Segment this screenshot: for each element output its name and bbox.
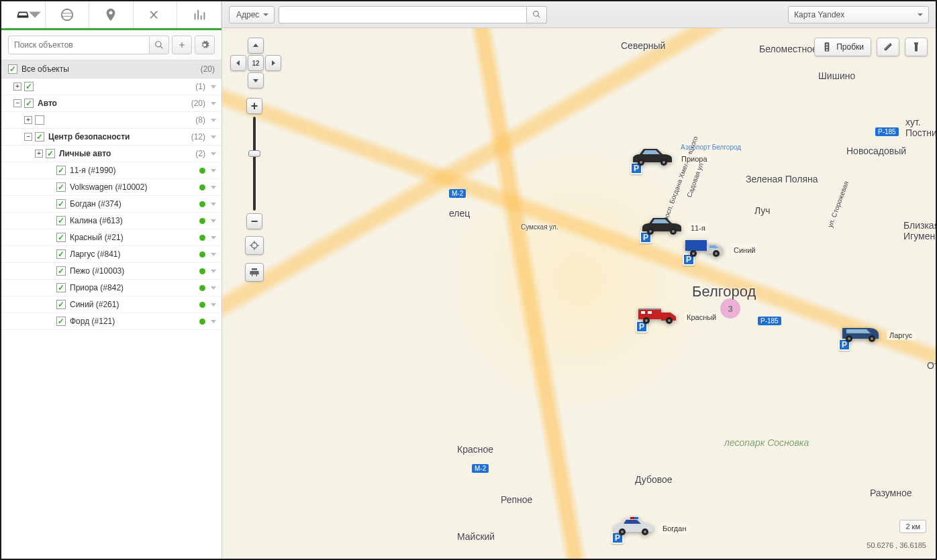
marker-label: Приора [679, 154, 710, 164]
address-search-button[interactable] [527, 6, 547, 23]
tree-row[interactable]: −Центр безопасности(12) [1, 129, 221, 146]
row-checkbox[interactable] [46, 149, 55, 158]
search-input[interactable] [8, 36, 150, 54]
zoom-slider-track[interactable] [253, 117, 256, 211]
address-input[interactable] [279, 6, 527, 23]
marker-cluster[interactable]: 3 [720, 298, 740, 319]
add-button[interactable] [172, 36, 192, 54]
zoom-slider-thumb[interactable] [248, 150, 260, 157]
tree-row[interactable]: Приора (#842) [1, 280, 221, 296]
pan-right-button[interactable] [265, 55, 281, 71]
pan-left-button[interactable] [230, 55, 246, 71]
ruler-button[interactable] [877, 38, 899, 56]
row-checkbox[interactable] [56, 249, 66, 259]
row-menu-trigger[interactable] [211, 219, 216, 223]
row-count: (12) [191, 132, 205, 142]
pin-icon [103, 7, 118, 22]
expand-toggle[interactable]: − [13, 99, 21, 107]
tree-row[interactable]: Форд (#121) [1, 313, 221, 330]
row-menu-trigger[interactable] [211, 119, 216, 122]
address-mode-dropdown[interactable]: Адрес [229, 6, 275, 23]
zoom-in-button[interactable]: + [246, 98, 262, 114]
tree-row[interactable]: Пежо (#10003) [1, 263, 221, 280]
row-menu-trigger[interactable] [211, 303, 216, 306]
row-checkbox[interactable] [56, 283, 66, 292]
row-checkbox[interactable] [56, 216, 66, 225]
tab-places[interactable] [89, 1, 134, 28]
tree-row[interactable]: Volkswagen (#10002) [1, 179, 221, 196]
all-objects-row[interactable]: Все объекты (20) [1, 60, 221, 78]
pan-down-button[interactable] [248, 72, 264, 89]
expand-toggle[interactable]: + [24, 116, 32, 124]
expand-toggle[interactable]: − [24, 133, 32, 141]
tree-row[interactable]: 11-я (#1990) [1, 162, 221, 179]
map-area[interactable]: Адрес Карта Yandex 12 + − Пробки [222, 1, 936, 559]
tree-row[interactable]: −Авто(20) [1, 95, 221, 112]
row-menu-trigger[interactable] [211, 270, 216, 273]
row-menu-trigger[interactable] [211, 169, 216, 172]
row-menu-trigger[interactable] [211, 135, 216, 139]
locate-button[interactable] [245, 236, 264, 255]
settings-button[interactable] [195, 36, 215, 54]
flashlight-button[interactable] [905, 38, 928, 56]
vehicle-marker[interactable]: PСиний [683, 235, 758, 266]
svg-point-17 [848, 337, 850, 340]
map-background[interactable] [222, 1, 936, 559]
row-menu-trigger[interactable] [211, 102, 216, 105]
tree-row[interactable]: Ларгус (#841) [1, 246, 221, 263]
tree-row[interactable]: +Личные авто(2) [1, 146, 221, 162]
row-checkbox[interactable] [24, 99, 34, 108]
row-menu-trigger[interactable] [211, 152, 216, 156]
tab-vehicles[interactable] [1, 1, 46, 28]
zoom-control: + − [246, 98, 262, 229]
gear-icon [200, 40, 209, 50]
row-checkbox[interactable] [24, 82, 34, 91]
row-label: Ларгус (#841) [70, 249, 199, 259]
row-menu-trigger[interactable] [211, 320, 216, 323]
tab-geofences[interactable] [46, 1, 90, 28]
traffic-button[interactable]: Пробки [814, 38, 871, 56]
zoom-level-indicator[interactable]: 12 [248, 55, 264, 71]
tree-row[interactable]: Красный (#21) [1, 229, 221, 246]
coordinates-readout: 50.6276 , 36.6185 [867, 541, 926, 549]
map-layer-dropdown[interactable]: Карта Yandex [788, 6, 929, 23]
vehicle-marker[interactable]: PЛаргус [838, 320, 915, 351]
zoom-out-button[interactable]: − [246, 213, 262, 229]
search-button[interactable] [149, 36, 169, 54]
svg-point-23 [621, 530, 624, 533]
row-menu-trigger[interactable] [211, 286, 216, 290]
expand-toggle[interactable]: + [35, 150, 43, 158]
svg-rect-21 [634, 517, 638, 519]
tree-row[interactable]: +(8) [1, 112, 221, 129]
row-checkbox[interactable] [56, 317, 66, 326]
row-menu-trigger[interactable] [211, 85, 216, 89]
row-menu-trigger[interactable] [211, 186, 216, 189]
row-menu-trigger[interactable] [211, 203, 216, 206]
svg-point-7 [672, 230, 675, 233]
row-checkbox[interactable] [56, 182, 66, 192]
vehicle-marker[interactable]: PКрасный [636, 302, 719, 333]
tree-row[interactable]: Богдан (#374) [1, 196, 221, 213]
chevron-down-icon [28, 7, 42, 22]
all-checkbox[interactable] [8, 64, 17, 74]
row-menu-trigger[interactable] [211, 236, 216, 239]
pan-up-button[interactable] [248, 38, 264, 54]
vehicle-marker[interactable]: PБогдан [611, 513, 689, 544]
row-checkbox[interactable] [56, 233, 66, 242]
row-checkbox[interactable] [56, 266, 66, 276]
row-checkbox[interactable] [35, 132, 44, 142]
row-checkbox[interactable] [56, 199, 66, 209]
row-menu-trigger[interactable] [211, 253, 216, 256]
row-checkbox[interactable] [56, 166, 66, 175]
expand-toggle[interactable]: + [13, 82, 21, 91]
row-checkbox[interactable] [56, 300, 66, 309]
vehicle-marker[interactable]: PПриора [630, 144, 710, 174]
tree-row[interactable]: +(1) [1, 78, 221, 95]
tree-row[interactable]: Калина (#613) [1, 213, 221, 229]
row-checkbox[interactable] [35, 115, 44, 125]
road-badge: Р-185 [758, 317, 781, 325]
tree-row[interactable]: Синий (#261) [1, 296, 221, 313]
tab-tracks[interactable] [134, 1, 178, 28]
tab-reports[interactable] [177, 1, 221, 28]
print-button[interactable] [245, 263, 264, 282]
